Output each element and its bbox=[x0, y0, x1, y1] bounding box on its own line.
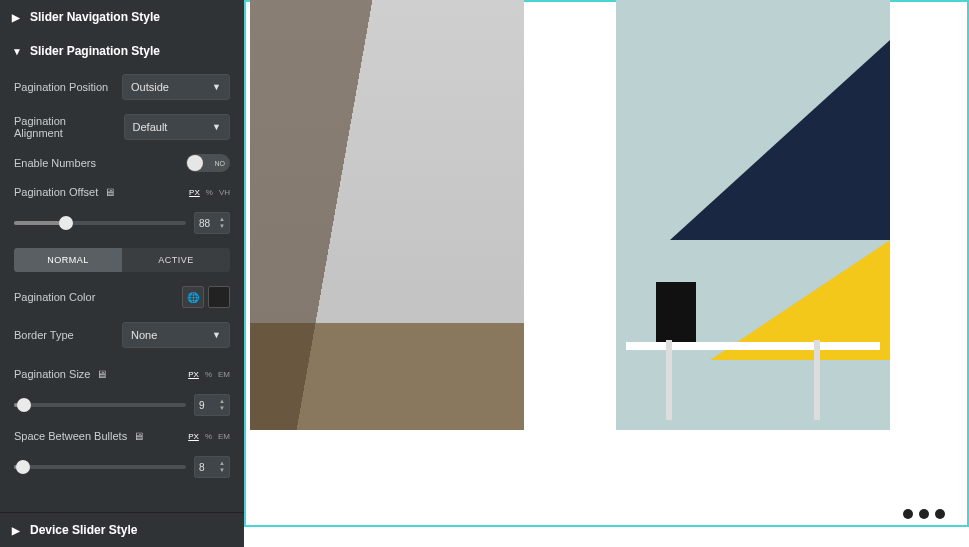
row-border-type: Border Type None ▼ bbox=[14, 322, 230, 348]
desktop-icon[interactable]: 🖥 bbox=[104, 186, 115, 198]
slider-thumb[interactable] bbox=[59, 216, 73, 230]
label-pagination-alignment: Pagination Alignment bbox=[14, 115, 116, 139]
section-title: Slider Navigation Style bbox=[30, 10, 160, 24]
row-pagination-position: Pagination Position Outside ▼ bbox=[14, 74, 230, 100]
slider-thumb[interactable] bbox=[17, 398, 31, 412]
select-border-type[interactable]: None ▼ bbox=[122, 322, 230, 348]
unit-percent[interactable]: % bbox=[205, 432, 212, 441]
preview-canvas bbox=[244, 0, 969, 547]
toggle-state: NO bbox=[215, 160, 226, 167]
slider-pagination bbox=[903, 509, 945, 519]
row-space-between-header: Space Between Bullets 🖥 PX % EM bbox=[14, 430, 230, 442]
globe-icon: 🌐 bbox=[187, 292, 199, 303]
tab-active[interactable]: ACTIVE bbox=[122, 248, 230, 272]
section-pagination-body: Pagination Position Outside ▼ Pagination… bbox=[0, 68, 244, 492]
unit-vh[interactable]: VH bbox=[219, 188, 230, 197]
row-pagination-alignment: Pagination Alignment Default ▼ bbox=[14, 114, 230, 140]
row-pagination-size-header: Pagination Size 🖥 PX % EM bbox=[14, 368, 230, 380]
section-title: Slider Pagination Style bbox=[30, 44, 160, 58]
caret-right-icon: ▶ bbox=[12, 525, 22, 536]
input-pagination-offset[interactable]: 88 ▲▼ bbox=[194, 212, 230, 234]
slider-track[interactable] bbox=[14, 221, 186, 225]
input-value: 8 bbox=[199, 462, 205, 473]
pagination-dot-2[interactable] bbox=[919, 509, 929, 519]
unit-picker-size: PX % EM bbox=[188, 370, 230, 379]
slider-space-between: 8 ▲▼ bbox=[14, 456, 230, 478]
pagination-dot-1[interactable] bbox=[903, 509, 913, 519]
label-pagination-offset: Pagination Offset bbox=[14, 186, 98, 198]
select-pagination-alignment[interactable]: Default ▼ bbox=[124, 114, 230, 140]
unit-px[interactable]: PX bbox=[188, 370, 199, 379]
slide-image-1[interactable] bbox=[250, 0, 524, 430]
select-value: Outside bbox=[131, 81, 169, 93]
settings-sidebar: ▶ Slider Navigation Style ▼ Slider Pagin… bbox=[0, 0, 244, 547]
caret-down-icon: ▼ bbox=[12, 46, 22, 57]
input-space-between[interactable]: 8 ▲▼ bbox=[194, 456, 230, 478]
toggle-knob bbox=[187, 155, 203, 171]
slide-image-2[interactable] bbox=[616, 0, 890, 430]
section-title: Device Slider Style bbox=[30, 523, 137, 537]
unit-px[interactable]: PX bbox=[188, 432, 199, 441]
label-pagination-size: Pagination Size bbox=[14, 368, 90, 380]
row-pagination-color: Pagination Color 🌐 bbox=[14, 286, 230, 308]
desktop-icon[interactable]: 🖥 bbox=[96, 368, 107, 380]
bottom-sections: ▶ Device Slider Style bbox=[0, 512, 244, 547]
toggle-enable-numbers[interactable]: NO bbox=[186, 154, 230, 172]
number-stepper[interactable]: ▲▼ bbox=[217, 395, 227, 415]
pagination-dot-3[interactable] bbox=[935, 509, 945, 519]
unit-em[interactable]: EM bbox=[218, 370, 230, 379]
slider-track[interactable] bbox=[14, 403, 186, 407]
slider-thumb[interactable] bbox=[16, 460, 30, 474]
chevron-down-icon: ▼ bbox=[212, 122, 221, 132]
chevron-down-icon: ▼ bbox=[212, 330, 221, 340]
input-value: 9 bbox=[199, 400, 205, 411]
unit-em[interactable]: EM bbox=[218, 432, 230, 441]
unit-percent[interactable]: % bbox=[205, 370, 212, 379]
chevron-down-icon: ▼ bbox=[212, 82, 221, 92]
select-pagination-position[interactable]: Outside ▼ bbox=[122, 74, 230, 100]
input-pagination-size[interactable]: 9 ▲▼ bbox=[194, 394, 230, 416]
section-device-slider-style[interactable]: ▶ Device Slider Style bbox=[0, 513, 244, 547]
row-pagination-offset-header: Pagination Offset 🖥 PX % VH bbox=[14, 186, 230, 198]
slider-images bbox=[250, 0, 890, 430]
slider-pagination-size: 9 ▲▼ bbox=[14, 394, 230, 416]
desktop-icon[interactable]: 🖥 bbox=[133, 430, 144, 442]
section-slider-navigation-style[interactable]: ▶ Slider Navigation Style bbox=[0, 0, 244, 34]
label-space-between: Space Between Bullets bbox=[14, 430, 127, 442]
color-controls: 🌐 bbox=[182, 286, 230, 308]
unit-px[interactable]: PX bbox=[189, 188, 200, 197]
global-color-button[interactable]: 🌐 bbox=[182, 286, 204, 308]
state-tabs: NORMAL ACTIVE bbox=[14, 248, 230, 272]
select-value: Default bbox=[133, 121, 168, 133]
caret-right-icon: ▶ bbox=[12, 12, 22, 23]
slider-track[interactable] bbox=[14, 465, 186, 469]
label-border-type: Border Type bbox=[14, 329, 74, 341]
slider-pagination-offset: 88 ▲▼ bbox=[14, 212, 230, 234]
number-stepper[interactable]: ▲▼ bbox=[217, 213, 227, 233]
section-slider-pagination-style[interactable]: ▼ Slider Pagination Style bbox=[0, 34, 244, 68]
tab-normal[interactable]: NORMAL bbox=[14, 248, 122, 272]
label-pagination-color: Pagination Color bbox=[14, 291, 95, 303]
color-swatch[interactable] bbox=[208, 286, 230, 308]
label-pagination-position: Pagination Position bbox=[14, 81, 108, 93]
row-enable-numbers: Enable Numbers NO bbox=[14, 154, 230, 172]
unit-picker-offset: PX % VH bbox=[189, 188, 230, 197]
label-enable-numbers: Enable Numbers bbox=[14, 157, 96, 169]
unit-picker-spacing: PX % EM bbox=[188, 432, 230, 441]
input-value: 88 bbox=[199, 218, 210, 229]
number-stepper[interactable]: ▲▼ bbox=[217, 457, 227, 477]
select-value: None bbox=[131, 329, 157, 341]
unit-percent[interactable]: % bbox=[206, 188, 213, 197]
